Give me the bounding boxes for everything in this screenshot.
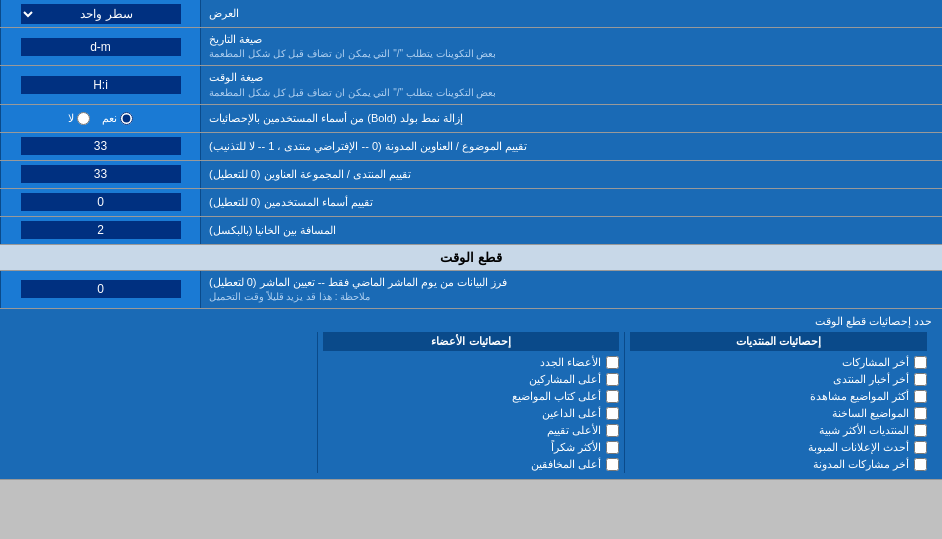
cutoff-input[interactable] — [21, 280, 181, 298]
display-mode-label: العرض — [200, 0, 942, 27]
users-sort-input[interactable] — [21, 193, 181, 211]
stats-checkbox-classifieds[interactable] — [914, 441, 927, 454]
date-format-row: صيغة التاريخ بعض التكوينات يتطلب "/" الت… — [0, 28, 942, 66]
time-format-control — [0, 66, 200, 103]
bold-label: إزالة نمط بولد (Bold) من أسماء المستخدمي… — [200, 105, 942, 132]
spacing-input[interactable] — [21, 221, 181, 239]
stats-col-posts: إحصائيات المنتديات أخر المشاركات أخر أخب… — [625, 332, 932, 473]
stats-columns: إحصائيات المنتديات أخر المشاركات أخر أخب… — [10, 332, 932, 473]
users-sort-control — [0, 189, 200, 216]
spacing-control — [0, 217, 200, 244]
time-format-row: صيغة الوقت بعض التكوينات يتطلب "/" التي … — [0, 66, 942, 104]
stats-checkbox-new-members[interactable] — [606, 356, 619, 369]
stats-col-members-header: إحصائيات الأعضاء — [323, 332, 620, 351]
display-mode-control: سطر واحد — [0, 0, 200, 27]
time-format-input[interactable] — [21, 76, 181, 94]
stats-item-5: أحدث الإعلانات المبوبة — [630, 439, 927, 456]
topics-sort-input[interactable] — [21, 137, 181, 155]
stats-item-2: أكثر المواضيع مشاهدة — [630, 388, 927, 405]
stats-checkbox-hot-topics[interactable] — [914, 407, 927, 420]
stats-checkbox-last-posts[interactable] — [914, 356, 927, 369]
cutoff-row: فرز البيانات من يوم الماشر الماضي فقط --… — [0, 271, 942, 309]
stats-checkbox-top-inviters[interactable] — [606, 407, 619, 420]
cutoff-label: فرز البيانات من يوم الماشر الماضي فقط --… — [200, 271, 942, 308]
stats-section-label: حدد إحصائيات قطع الوقت — [10, 315, 932, 332]
bold-row: إزالة نمط بولد (Bold) من أسماء المستخدمي… — [0, 105, 942, 133]
topics-sort-label: تقييم الموضوع / العناوين المدونة (0 -- ا… — [200, 133, 942, 160]
display-mode-row: العرض سطر واحد — [0, 0, 942, 28]
main-container: العرض سطر واحد صيغة التاريخ بعض التكوينا… — [0, 0, 942, 480]
date-format-label: صيغة التاريخ بعض التكوينات يتطلب "/" الت… — [200, 28, 942, 65]
stats-col-empty — [10, 332, 318, 473]
stats-col-members: إحصائيات الأعضاء الأعضاء الجدد أعلى المش… — [318, 332, 626, 473]
bold-control: نعم لا — [0, 105, 200, 132]
forum-sort-control — [0, 161, 200, 188]
stats-member-item-6: أعلى المخافقين — [323, 456, 620, 473]
stats-member-item-0: الأعضاء الجدد — [323, 354, 620, 371]
date-format-control — [0, 28, 200, 65]
stats-section: حدد إحصائيات قطع الوقت إحصائيات المنتديا… — [0, 309, 942, 480]
stats-item-1: أخر أخبار المنتدى — [630, 371, 927, 388]
bold-yes-radio[interactable] — [120, 112, 133, 125]
bold-yes-label: نعم — [102, 112, 133, 125]
cutoff-control — [0, 271, 200, 308]
stats-item-6: أخر مشاركات المدونة — [630, 456, 927, 473]
stats-member-item-5: الأكثر شكراً — [323, 439, 620, 456]
stats-checkbox-forum-news[interactable] — [914, 373, 927, 386]
stats-member-item-2: أعلى كتاب المواضيع — [323, 388, 620, 405]
forum-sort-row: تقييم المنتدى / المجموعة العناوين (0 للت… — [0, 161, 942, 189]
stats-item-0: أخر المشاركات — [630, 354, 927, 371]
stats-checkbox-most-viewed[interactable] — [914, 390, 927, 403]
stats-checkbox-similar-forums[interactable] — [914, 424, 927, 437]
stats-member-item-1: أعلى المشاركين — [323, 371, 620, 388]
display-mode-select[interactable]: سطر واحد — [21, 4, 181, 24]
topics-sort-row: تقييم الموضوع / العناوين المدونة (0 -- ا… — [0, 133, 942, 161]
topics-sort-control — [0, 133, 200, 160]
spacing-row: المسافة بين الخانيا (بالبكسل) — [0, 217, 942, 245]
stats-checkbox-top-posters[interactable] — [606, 373, 619, 386]
time-format-label: صيغة الوقت بعض التكوينات يتطلب "/" التي … — [200, 66, 942, 103]
forum-sort-label: تقييم المنتدى / المجموعة العناوين (0 للت… — [200, 161, 942, 188]
stats-item-4: المنتديات الأكثر شبية — [630, 422, 927, 439]
stats-checkbox-blog-posts[interactable] — [914, 458, 927, 471]
stats-item-3: المواضيع الساخنة — [630, 405, 927, 422]
stats-col-posts-header: إحصائيات المنتديات — [630, 332, 927, 351]
stats-checkbox-most-thanked[interactable] — [606, 441, 619, 454]
stats-checkbox-top-authors[interactable] — [606, 390, 619, 403]
cutoff-section-header: قطع الوقت — [0, 245, 942, 271]
bold-no-label: لا — [68, 112, 90, 125]
forum-sort-input[interactable] — [21, 165, 181, 183]
users-sort-label: تقييم أسماء المستخدمين (0 للتعطيل) — [200, 189, 942, 216]
stats-checkbox-top-moderators[interactable] — [606, 458, 619, 471]
spacing-label: المسافة بين الخانيا (بالبكسل) — [200, 217, 942, 244]
stats-member-item-3: أعلى الداعين — [323, 405, 620, 422]
date-format-input[interactable] — [21, 38, 181, 56]
stats-member-item-4: الأعلى تقييم — [323, 422, 620, 439]
users-sort-row: تقييم أسماء المستخدمين (0 للتعطيل) — [0, 189, 942, 217]
bold-no-radio[interactable] — [77, 112, 90, 125]
stats-checkbox-top-rated[interactable] — [606, 424, 619, 437]
